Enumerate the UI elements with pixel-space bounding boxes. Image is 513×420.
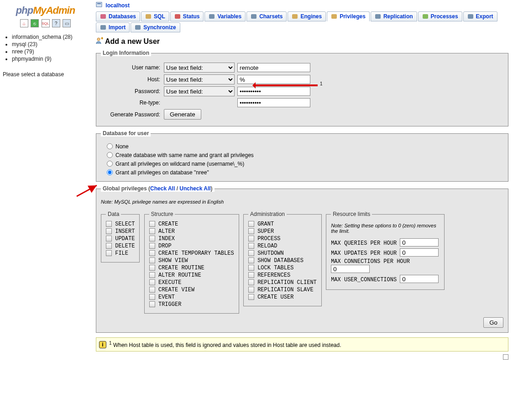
username-label: User name: [101,64,160,71]
limit-input[interactable] [400,275,439,283]
tab-charsets[interactable]: Charsets [246,11,287,21]
tab-replication[interactable]: Replication [371,11,417,21]
host-input[interactable] [237,75,310,84]
sidebar-db-item[interactable]: mysql (23) [12,41,88,47]
tab-import[interactable]: Import [96,22,130,32]
database-list: information_schema (28)mysql (23)nree (7… [3,34,88,62]
breadcrumb-server[interactable]: localhost [105,2,130,9]
privilege-checkbox[interactable]: SUPER [248,228,317,235]
privilege-checkbox[interactable]: SHOW DATABASES [248,257,317,264]
tab-synchronize[interactable]: Synchronize [131,22,180,32]
svg-rect-1 [97,3,101,4]
retype-label: Re-type: [101,100,160,106]
tab-databases[interactable]: Databases [96,11,140,21]
privilege-checkbox[interactable]: PROCESS [248,236,317,242]
privilege-checkbox[interactable]: EVENT [149,294,234,300]
check-all-link[interactable]: Check All [150,185,175,192]
sidebar: phpMyAdmin ⌂ ⎋ SQL ? ▭ information_schem… [0,0,91,420]
username-mode-select[interactable]: Use text field: [164,63,235,73]
go-button[interactable]: Go [483,317,503,328]
resource-limit-row: MAX UPDATES PER HOUR [331,248,440,257]
privilege-checkbox[interactable]: SHUTDOWN [248,250,317,257]
global-legend: Global privileges (Check All / Uncheck A… [101,185,215,192]
exit-icon[interactable]: ⎋ [31,19,39,27]
privilege-checkbox[interactable]: LOCK TABLES [248,265,317,271]
tab-sql[interactable]: SQL [141,11,169,21]
privilege-checkbox[interactable]: CREATE ROUTINE [149,265,234,271]
svg-rect-2 [100,14,106,19]
page-title: ✦ Add a new User [96,37,508,46]
limits-note: Note: Setting these options to 0 (zero) … [331,223,440,234]
tab-variables[interactable]: Variables [204,11,246,21]
limit-input[interactable] [400,248,439,257]
privilege-checkbox[interactable]: GRANT [248,221,317,227]
privilege-checkbox[interactable]: INDEX [149,236,234,242]
database-for-user-fieldset: Database for user NoneCreate database wi… [96,130,508,182]
svg-rect-7 [292,14,298,19]
privilege-checkbox[interactable]: INSERT [106,228,135,235]
privilege-checkbox[interactable]: CREATE [149,221,234,227]
generate-button[interactable]: Generate [164,109,201,120]
svg-rect-9 [375,14,381,19]
sidebar-db-item[interactable]: information_schema (28) [12,34,88,40]
tab-status[interactable]: Status [170,11,204,21]
password-input[interactable] [237,87,310,96]
docs-icon[interactable]: ? [52,19,60,27]
db-for-user-legend: Database for user [101,130,151,136]
synchronize-icon [135,24,142,31]
tab-privileges[interactable]: Privileges [327,11,370,21]
svg-text:✦: ✦ [100,37,103,41]
privilege-note: Note: MySQL privilege names are expresse… [101,199,503,205]
privilege-checkbox[interactable]: RELOAD [248,243,317,249]
db-for-user-option[interactable]: Grant all privileges on database "nree" [105,168,503,176]
privilege-checkbox[interactable]: SHOW VIEW [149,257,234,264]
retype-input[interactable] [237,98,310,107]
privilege-checkbox[interactable]: CREATE TEMPORARY TABLES [149,250,234,257]
privilege-checkbox[interactable]: CREATE VIEW [149,287,234,293]
privilege-checkbox[interactable]: DELETE [106,243,135,249]
privilege-checkbox[interactable]: UPDATE [106,236,135,242]
sql-icon[interactable]: SQL [42,19,50,27]
privilege-checkbox[interactable]: CREATE USER [248,294,317,300]
privilege-checkbox[interactable]: REPLICATION CLIENT [248,279,317,286]
sidebar-db-item[interactable]: nree (79) [12,48,88,55]
privilege-checkbox[interactable]: ALTER [149,228,234,235]
tabs: DatabasesSQLStatusVariablesCharsetsEngin… [96,11,508,32]
info-icon: i [99,341,106,348]
resource-limit-row: MAX USER_CONNECTIONS [331,275,440,283]
host-mode-select[interactable]: Use text field: [164,74,235,84]
privilege-checkbox[interactable]: ALTER ROUTINE [149,272,234,278]
sidebar-db-item[interactable]: phpmyadmin (9) [12,56,88,62]
username-input[interactable] [237,63,310,72]
databases-icon [100,13,107,20]
db-for-user-option[interactable]: None [105,142,503,150]
db-for-user-option[interactable]: Grant all privileges on wildcard name (u… [105,159,503,167]
home-icon[interactable]: ⌂ [20,19,28,27]
svg-rect-10 [423,14,428,19]
privilege-checkbox[interactable]: REFERENCES [248,272,317,278]
db-for-user-option[interactable]: Create database with same name and grant… [105,151,503,158]
tab-export[interactable]: Export [463,11,497,21]
main-content: localhost DatabasesSQLStatusVariablesCha… [91,0,513,420]
privilege-checkbox[interactable]: FILE [106,250,135,257]
password-mode-select[interactable]: Use text field: [164,86,235,96]
svg-point-14 [97,38,100,41]
privilege-checkbox[interactable]: SELECT [106,221,135,227]
svg-rect-8 [331,14,337,19]
open-new-window-icon[interactable] [503,354,508,360]
privilege-checkbox[interactable]: DROP [149,243,234,249]
processes-icon [422,13,429,20]
import-icon [100,24,107,31]
uncheck-all-link[interactable]: Uncheck All [179,185,210,192]
privilege-checkbox[interactable]: REPLICATION SLAVE [248,287,317,293]
tab-processes[interactable]: Processes [418,11,462,21]
privilege-checkbox[interactable]: EXECUTE [149,279,234,286]
logo: phpMyAdmin [3,5,88,16]
limit-input[interactable] [331,265,370,273]
limit-input[interactable] [400,238,439,247]
query-window-icon[interactable]: ▭ [63,19,71,27]
privilege-checkbox[interactable]: TRIGGER [149,301,234,308]
sidebar-toolbar: ⌂ ⎋ SQL ? ▭ [3,19,88,27]
generate-label: Generate Password: [101,111,160,118]
tab-engines[interactable]: Engines [288,11,326,21]
